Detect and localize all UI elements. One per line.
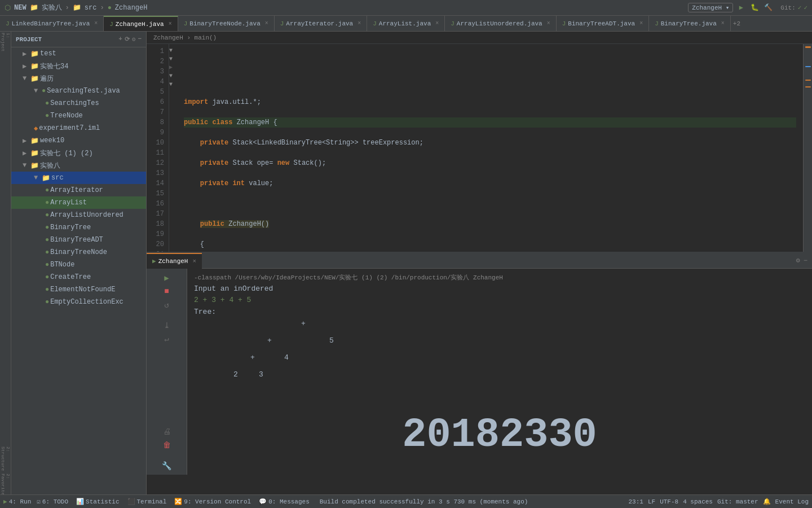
- tree-label-searchingtes: SearchingTes: [50, 99, 99, 107]
- tree-item-src[interactable]: ▼ 📁 src: [11, 172, 146, 184]
- close-icon-arraylistunordered[interactable]: ×: [547, 20, 550, 27]
- sidebar-add-icon[interactable]: +: [118, 36, 122, 43]
- tree-item-createtree[interactable]: ● CreateTree: [11, 271, 146, 283]
- code-content[interactable]: import java.util.*; public class Zchange…: [177, 44, 803, 252]
- tab-label-arraylist: ArrayList.java: [379, 20, 431, 27]
- tab-binarytreenode[interactable]: J BinaryTreeNode.java ×: [178, 16, 275, 32]
- tree-item-shiyan8[interactable]: ▼ 📁 实验八: [11, 159, 146, 172]
- run-softrap[interactable]: ↵: [161, 333, 173, 344]
- tree-label-btnode: BTNode: [50, 261, 74, 269]
- tab-icon-arraylistunordered: J: [451, 20, 454, 27]
- tree-label-emptycollection: EmptyCollectionExc: [50, 298, 123, 306]
- folder-icon-src: 📁: [42, 174, 50, 182]
- close-icon-arraylist[interactable]: ×: [435, 20, 439, 27]
- run-stop-button[interactable]: ■: [161, 286, 173, 297]
- status-statistic-icon: 📊: [76, 498, 84, 505]
- tree-item-week10[interactable]: ▶ 📁 week10: [11, 134, 146, 147]
- close-icon-linked[interactable]: ×: [94, 20, 98, 27]
- active-file-label: ZchangeH: [115, 4, 148, 12]
- tree-item-arraylistunordered[interactable]: ● ArrayListUnordered: [11, 209, 146, 221]
- tree-item-exp7iml[interactable]: ◆ experiment7.iml: [11, 122, 146, 134]
- run-button[interactable]: ▶: [735, 2, 747, 14]
- run-print-button[interactable]: 🖨: [161, 426, 173, 437]
- folder-icon-shiyan8: 📁: [30, 161, 39, 170]
- tree-label-binarytree: BinaryTree: [50, 224, 91, 231]
- sidebar-minimize-icon[interactable]: −: [138, 36, 142, 43]
- tree-label-elementnotfound: ElementNotFoundE: [50, 286, 115, 294]
- separator1: ›: [65, 4, 69, 12]
- tab-label-zchangeh: ZchangeH.java: [116, 21, 164, 28]
- run-tools-button[interactable]: 🔧: [161, 460, 173, 471]
- folder-icon-2: 📁: [73, 3, 81, 12]
- line-numbers: 12345 678910 1112131415 1617181920 21: [147, 44, 169, 252]
- indent-spaces: 4 spaces: [683, 498, 713, 505]
- tree-item-test[interactable]: ▶ 📁 test: [11, 47, 146, 60]
- run-tab-close[interactable]: ×: [192, 258, 196, 265]
- status-version-tab[interactable]: 🔀 9: Version Control: [172, 495, 253, 509]
- title-bar-left: ⬡ NEW 📁 实验八 › 📁 src › ● ZchangeH: [5, 3, 683, 12]
- status-statistic-tab[interactable]: 📊 Statistic: [74, 495, 121, 509]
- tree-item-elementnotfound[interactable]: ● ElementNotFoundE: [11, 283, 146, 296]
- debug-button[interactable]: 🐛: [749, 2, 760, 14]
- run-scroll-end[interactable]: ⤓: [161, 319, 173, 331]
- tree-label-searchingtest: SearchingTest.java: [47, 87, 120, 95]
- run-clear-button[interactable]: 🗑: [161, 440, 173, 451]
- editor-area: ZchangeH › main() 12345 678910 111213141…: [147, 32, 812, 494]
- tree-item-binarytreeadt[interactable]: ● BinaryTreeADT: [11, 234, 146, 246]
- tree-item-searchingtest[interactable]: ▼ ● SearchingTest.java: [11, 85, 146, 97]
- close-icon-binarytreeadt[interactable]: ×: [639, 20, 643, 27]
- run-play-button[interactable]: ▶: [161, 272, 173, 283]
- activity-favorites[interactable]: 2: Favorites: [1, 478, 10, 494]
- tree-item-binarytree[interactable]: ● BinaryTree: [11, 221, 146, 234]
- close-icon-binarytree2[interactable]: ×: [721, 20, 725, 27]
- tree-item-treenode[interactable]: ● TreeNode: [11, 110, 146, 122]
- run-tab-active[interactable]: ▶ ZchangeH ×: [147, 253, 202, 269]
- editor-content[interactable]: 12345 678910 1112131415 1617181920 21 ▼ …: [147, 44, 812, 252]
- file-icon: ●: [108, 4, 112, 12]
- tree-item-binarytreenode[interactable]: ● BinaryTreeNode: [11, 246, 146, 259]
- close-icon-arrayiterator[interactable]: ×: [358, 20, 361, 27]
- run-minimize-icon[interactable]: −: [804, 257, 807, 265]
- tab-zchangeh[interactable]: J ZchangeH.java ×: [104, 16, 178, 32]
- tree-item-emptycollection[interactable]: ● EmptyCollectionExc: [11, 296, 146, 308]
- tab-arraylist[interactable]: J ArrayList.java ×: [367, 16, 445, 32]
- status-run-button[interactable]: ▶ 4: Run: [3, 498, 31, 505]
- scroll-mark-4: [805, 86, 811, 87]
- status-terminal-tab[interactable]: ⬛ Terminal: [125, 495, 169, 509]
- tab-linkedbinarytree[interactable]: J LinkedBinaryTree.java ×: [0, 16, 104, 32]
- tab-binarytreeadt[interactable]: J BinaryTreeADT.java ×: [557, 16, 649, 32]
- activity-project[interactable]: 1: Project: [1, 34, 10, 51]
- tree-item-searchingtes[interactable]: ● SearchingTes: [11, 97, 146, 110]
- tree-item-arraylist[interactable]: ● ArrayList: [11, 196, 146, 209]
- activity-structure[interactable]: 2: Structure: [1, 450, 10, 467]
- sidebar-sync-icon[interactable]: ⟳: [125, 36, 130, 43]
- fold-gutter: ▼ ▼ ▶ ▼ ▼: [169, 44, 177, 252]
- status-right: 23:1 LF UTF-8 4 spaces Git: master 🔔 Eve…: [629, 498, 809, 505]
- scroll-mark-3: [805, 80, 811, 81]
- java-icon-searchingtes: ●: [45, 99, 49, 107]
- tree-item-shiyan7[interactable]: ▶ 📁 实验七 (1) (2): [11, 147, 146, 159]
- project-sidebar: Project + ⟳ ⚙ − ▶ 📁 test ▶ 📁 实验七34 ▼ 📁 遍…: [11, 32, 147, 494]
- git-checkmark2: ✓: [804, 4, 807, 11]
- status-todo-tab[interactable]: ☑ 6: TODO: [34, 495, 70, 509]
- git-branch[interactable]: Git: master: [717, 498, 758, 505]
- tree-label-binarytreenode: BinaryTreeNode: [50, 248, 107, 256]
- tree-label-test: test: [40, 50, 56, 58]
- tab-arrayiterator[interactable]: J ArrayIterator.java ×: [275, 16, 367, 32]
- close-icon-binarytreenode[interactable]: ×: [265, 20, 268, 27]
- close-icon-zchangeh[interactable]: ×: [169, 21, 172, 27]
- event-log-label[interactable]: Event Log: [775, 498, 809, 505]
- tab-label-linked: LinkedBinaryTree.java: [12, 20, 90, 27]
- tree-item-bianlv[interactable]: ▼ 📁 遍历: [11, 72, 146, 85]
- tree-item-shiyanjiu34[interactable]: ▶ 📁 实验七34: [11, 60, 146, 72]
- build-button[interactable]: 🔨: [762, 2, 774, 14]
- run-rerun-button[interactable]: ↺: [161, 299, 173, 310]
- tree-item-btnode[interactable]: ● BTNode: [11, 259, 146, 271]
- run-settings-icon[interactable]: ⚙: [796, 256, 800, 265]
- sidebar-settings-icon[interactable]: ⚙: [132, 36, 136, 43]
- tab-binarytree2[interactable]: J BinaryTree.java ×: [649, 16, 731, 32]
- tab-arraylistunordered[interactable]: J ArrayListUnordered.java ×: [445, 16, 556, 32]
- status-messages-tab[interactable]: 💬 0: Messages: [257, 495, 312, 509]
- run-config-dropdown[interactable]: ZchangeH ▾: [688, 3, 733, 12]
- tree-item-arrayiterator[interactable]: ● ArrayIterator: [11, 184, 146, 196]
